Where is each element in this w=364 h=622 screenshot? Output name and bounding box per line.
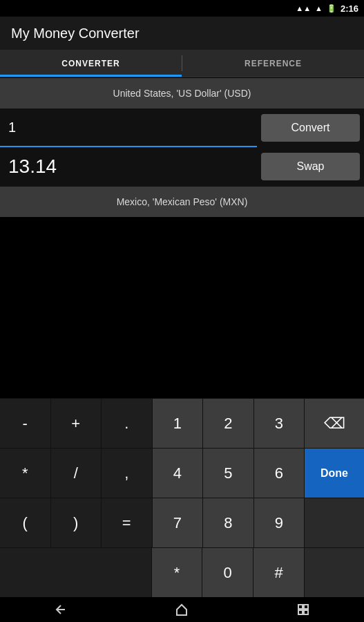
- keyboard-row-4: * 0 #: [0, 547, 364, 597]
- key-close-paren[interactable]: ): [51, 498, 102, 547]
- tabs: CONVERTER REFERENCE: [0, 50, 364, 77]
- result-value: 13.14: [8, 156, 57, 178]
- app-title-bar: My Money Converter: [0, 17, 364, 50]
- svg-rect-3: [298, 610, 303, 614]
- result-section: 13.14: [0, 147, 257, 186]
- status-bar: ▲▲ ▲ 🔋 2:16: [0, 0, 364, 17]
- key-open-paren[interactable]: (: [0, 498, 51, 547]
- signal-icon: ▲: [315, 4, 323, 12]
- key-2[interactable]: 2: [203, 399, 254, 448]
- from-currency-label: United States, 'US Dollar' (USD): [113, 88, 251, 99]
- key-divide[interactable]: /: [51, 449, 102, 498]
- conversion-row: Convert: [0, 109, 364, 147]
- app-title: My Money Converter: [11, 26, 140, 41]
- keyboard-row-1: - + . 1 2 3 ⌫: [0, 398, 364, 448]
- nav-bar: [0, 597, 364, 622]
- svg-rect-4: [304, 610, 308, 614]
- to-currency-label: Mexico, 'Mexican Peso' (MXN): [117, 196, 248, 207]
- keyboard: - + . 1 2 3 ⌫ * / , 4 5 6 Done ( ) = 7 8…: [0, 398, 364, 597]
- nav-home-icon[interactable]: [175, 603, 189, 616]
- key-multiply[interactable]: *: [0, 449, 51, 498]
- convert-button[interactable]: Convert: [261, 114, 360, 142]
- key-4[interactable]: 4: [153, 449, 204, 498]
- wifi-icon: ▲▲: [296, 4, 311, 12]
- key-space[interactable]: [0, 548, 152, 597]
- key-empty-r3: [305, 498, 364, 547]
- key-equals[interactable]: =: [102, 498, 153, 547]
- key-minus[interactable]: -: [0, 399, 51, 448]
- key-9[interactable]: 9: [254, 498, 305, 547]
- from-currency-selector[interactable]: United States, 'US Dollar' (USD): [0, 78, 364, 109]
- nav-recents-icon[interactable]: [296, 603, 310, 616]
- key-0[interactable]: 0: [202, 548, 253, 597]
- key-hash[interactable]: #: [253, 548, 305, 597]
- key-asterisk[interactable]: *: [152, 548, 203, 597]
- convert-btn-wrap: Convert: [257, 109, 364, 147]
- key-delete[interactable]: ⌫: [305, 399, 364, 448]
- key-empty-r4: [305, 548, 364, 597]
- key-3[interactable]: 3: [254, 399, 305, 448]
- keyboard-row-2: * / , 4 5 6 Done: [0, 448, 364, 498]
- key-1[interactable]: 1: [153, 399, 204, 448]
- svg-rect-2: [304, 605, 308, 609]
- key-plus[interactable]: +: [51, 399, 102, 448]
- key-7[interactable]: 7: [153, 498, 204, 547]
- key-6[interactable]: 6: [254, 449, 305, 498]
- tab-reference[interactable]: REFERENCE: [182, 50, 364, 77]
- main-content: United States, 'US Dollar' (USD) Convert…: [0, 78, 364, 217]
- key-comma[interactable]: ,: [102, 449, 153, 498]
- key-dot[interactable]: .: [102, 399, 153, 448]
- keyboard-row-3: ( ) = 7 8 9: [0, 498, 364, 547]
- svg-rect-1: [298, 605, 303, 609]
- result-row: 13.14 Swap: [0, 147, 364, 186]
- battery-icon: 🔋: [327, 4, 336, 13]
- amount-input[interactable]: [8, 120, 249, 135]
- key-8[interactable]: 8: [203, 498, 254, 547]
- swap-button[interactable]: Swap: [261, 153, 360, 180]
- swap-btn-wrap: Swap: [257, 147, 364, 186]
- nav-back-icon[interactable]: [54, 603, 68, 616]
- tab-converter[interactable]: CONVERTER: [0, 50, 182, 77]
- input-section: [0, 109, 257, 147]
- to-currency-selector[interactable]: Mexico, 'Mexican Peso' (MXN): [0, 187, 364, 217]
- key-done[interactable]: Done: [305, 449, 364, 498]
- status-time: 2:16: [341, 3, 358, 14]
- key-5[interactable]: 5: [203, 449, 254, 498]
